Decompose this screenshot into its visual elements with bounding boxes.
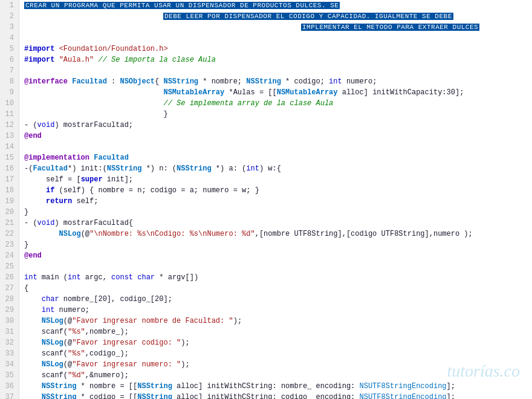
code-line-6: #import "Aula.h" // Se importa la clase … [24,54,532,65]
code-line-36: NSString * nombre = [[NSString alloc] in… [24,381,532,392]
code-line-16: -(Facultad*) init:(NSString *) n: (NSStr… [24,163,532,174]
code-line-21: - (void) mostrarFacultad{ [24,218,532,229]
code-line-24: @end [24,250,532,261]
code-line-31: scanf("%s",nombre_); [24,326,532,337]
code-line-14 [24,141,532,152]
code-line-35: scanf("%d",&numero); [24,370,532,381]
code-line-17: self = [super init]; [24,174,532,185]
code-line-7 [24,65,532,76]
code-line-1: CREAR UN PROGRAMA QUE PERMITA USAR UN DI… [24,0,532,11]
code-line-28: char nombre_[20], codigo_[20]; [24,294,532,305]
code-line-5: #import <Foundation/Foundation.h> [24,44,532,54]
code-line-27: { [24,283,532,294]
code-line-22: NSLog(@"\nNombre: %s\nCodigo: %s\nNumero… [24,229,532,239]
code-line-33: scanf("%s",codigo_); [24,348,532,359]
code-line-23: } [24,239,532,250]
code-line-3: IMPLEMENTAR EL METODO PARA EXTRAER DULCE… [24,22,532,33]
code-line-11: } [24,109,532,120]
code-line-37: NSString * codigo = [[NSString alloc] in… [24,392,532,399]
code-line-12: - (void) mostrarFacultad; [24,120,532,131]
code-line-26: int main (int argc, const char * argv[]) [24,272,532,283]
code-line-29: int numero; [24,305,532,316]
code-line-8: @interface Facultad : NSObject{ NSString… [24,76,532,87]
code-line-10: // Se implementa array de la clase Aula [24,98,532,109]
code-line-34: NSLog(@"Favor ingresar numero: "); [24,359,532,370]
code-editor: 1 2 3 4 5 6 7 8 9 10 11 12 13 14 15 16 1… [0,0,532,399]
code-line-19: return self; [24,196,532,207]
code-line-15: @implementation Facultad [24,152,532,163]
code-line-20: } [24,207,532,218]
code-line-32: NSLog(@"Favor ingresar codigo: "); [24,337,532,348]
code-line-2: DEBE LEER POR DISPENSADOR EL CODIGO Y CA… [24,11,532,22]
code-line-30: NSLog(@"Favor ingresar nombre de Faculta… [24,316,532,326]
code-line-25 [24,261,532,272]
code-line-9: NSMutableArray *Aulas = [[NSMutableArray… [24,87,532,98]
line-numbers: 1 2 3 4 5 6 7 8 9 10 11 12 13 14 15 16 1… [0,0,19,399]
code-line-13: @end [24,131,532,141]
code-line-18: if (self) { nombre = n; codigo = a; nume… [24,185,532,196]
code-line-4 [24,33,532,44]
code-content: CREAR UN PROGRAMA QUE PERMITA USAR UN DI… [19,0,532,399]
